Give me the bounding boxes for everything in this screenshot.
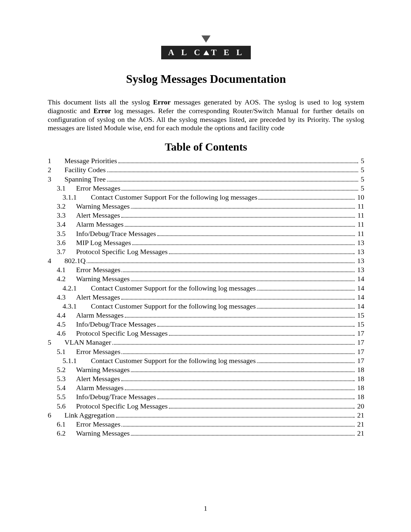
toc-entry[interactable]: 3.6MIP Log Messages 13 [48, 238, 364, 247]
toc-entry[interactable]: 4.4Alarm Messages 15 [48, 311, 364, 320]
toc-entry[interactable]: 6.1Error Messages 21 [48, 420, 364, 429]
toc-entry-number: 3.7 [57, 247, 76, 256]
toc-entry-number: 5.1 [57, 347, 76, 356]
toc-entry-page: 13 [356, 256, 364, 265]
toc-entry-title: Error Messages [76, 184, 120, 193]
toc-entry-page: 5 [359, 156, 364, 165]
toc-entry-page: 14 [356, 284, 364, 293]
toc-entry-page: 14 [356, 302, 364, 311]
toc-entry-number: 5 [48, 338, 64, 347]
toc-leader-dots [121, 211, 355, 218]
toc-entry-number: 3.5 [57, 229, 76, 238]
toc-entry-page: 11 [356, 202, 364, 211]
toc-entry[interactable]: 5.1Error Messages 17 [48, 347, 364, 356]
toc-leader-dots [131, 275, 355, 281]
toc-entry[interactable]: 5.2Warning Messages 18 [48, 365, 364, 374]
toc-entry-title: Alert Messages [76, 374, 120, 383]
toc-entry[interactable]: 5.1.1Contact Customer Support for the fo… [48, 356, 364, 365]
toc-entry[interactable]: 4.3Alert Messages 14 [48, 293, 364, 302]
toc-entry-page: 20 [356, 402, 364, 411]
toc-leader-dots [257, 357, 355, 363]
toc-entry[interactable]: 4.3.1Contact Customer Support for the fo… [48, 302, 364, 311]
toc-entry[interactable]: 3.1Error Messages 5 [48, 184, 364, 193]
toc-leader-dots [257, 284, 355, 291]
toc-entry[interactable]: 4.6Protocol Specific Log Messages 17 [48, 329, 364, 338]
toc-entry-page: 15 [356, 320, 364, 329]
toc-leader-dots [122, 348, 355, 354]
toc-entry-page: 5 [359, 165, 364, 174]
toc-entry[interactable]: 1Message Priorities 5 [48, 156, 364, 165]
toc-entry[interactable]: 6Link Aggregation 21 [48, 411, 364, 420]
toc-entry-title: Alert Messages [76, 211, 120, 220]
toc-entry-number: 4 [48, 256, 64, 265]
toc-entry-title: Alarm Messages [76, 383, 123, 392]
toc-entry-number: 2 [48, 165, 64, 174]
toc-entry-title: Contact Customer Support for the followi… [91, 284, 256, 293]
toc-entry-title: Alert Messages [76, 293, 120, 302]
toc-entry[interactable]: 3Spanning Tree 5 [48, 175, 364, 184]
toc-entry-title: Spanning Tree [64, 175, 106, 184]
toc-leader-dots [125, 221, 355, 227]
toc-entry-title: Message Priorities [64, 156, 117, 165]
toc-entry[interactable]: 3.4Alarm Messages 11 [48, 220, 364, 229]
toc-entry[interactable]: 4.2.1Contact Customer Support for the fo… [48, 284, 364, 293]
toc-entry-title: 802.1Q [64, 256, 85, 265]
document-title: Syslog Messages Documentation [48, 72, 364, 86]
toc-entry[interactable]: 5.5Info/Debug/Trace Messages 18 [48, 392, 364, 401]
toc-entry-page: 13 [356, 247, 364, 256]
toc-entry[interactable]: 5.4Alarm Messages 18 [48, 383, 364, 392]
toc-entry-title: Alarm Messages [76, 311, 123, 320]
toc-entry[interactable]: 4.2Warning Messages 14 [48, 274, 364, 283]
toc-leader-dots [169, 329, 355, 336]
toc-entry-title: Contact Customer Support for the followi… [91, 356, 256, 365]
toc-entry-page: 21 [356, 429, 364, 438]
toc-entry[interactable]: 5.6Protocol Specific Log Messages 20 [48, 402, 364, 411]
toc-entry[interactable]: 4802.1Q 13 [48, 256, 364, 265]
toc-entry-title: Facility Codes [64, 165, 106, 174]
toc-entry-page: 18 [356, 365, 364, 374]
toc-entry-title: Info/Debug/Trace Messages [76, 392, 156, 401]
toc-entry[interactable]: 4.1Error Messages 13 [48, 265, 364, 274]
toc-entry[interactable]: 3.2Warning Messages 11 [48, 202, 364, 211]
toc-entry-number: 6 [48, 411, 64, 420]
toc-entry[interactable]: 5VLAN Manager 17 [48, 338, 364, 347]
toc-leader-dots [118, 157, 358, 163]
toc-entry-page: 21 [356, 420, 364, 429]
toc-entry[interactable]: 4.5Info/Debug/Trace Messages 15 [48, 320, 364, 329]
toc-entry-number: 5.1.1 [63, 356, 91, 365]
toc-entry-title: MIP Log Messages [76, 238, 131, 247]
toc-entry-number: 5.4 [57, 383, 76, 392]
toc-entry-page: 17 [356, 356, 364, 365]
toc-entry-page: 18 [356, 374, 364, 383]
toc-entry-page: 18 [356, 392, 364, 401]
toc-leader-dots [131, 366, 355, 372]
toc-entry-number: 3.2 [57, 202, 76, 211]
toc-leader-dots [131, 429, 355, 436]
toc-entry[interactable]: 6.2Warning Messages 21 [48, 429, 364, 438]
toc-entry-title: Warning Messages [76, 365, 130, 374]
toc-leader-dots [116, 411, 355, 418]
toc-entry-title: Link Aggregation [64, 411, 115, 420]
toc-entry-title: Protocol Specific Log Messages [76, 402, 168, 411]
toc-entry-number: 4.1 [57, 265, 76, 274]
toc-leader-dots [113, 339, 355, 345]
toc-entry-title: Protocol Specific Log Messages [76, 329, 168, 338]
toc-entry-number: 1 [48, 156, 64, 165]
toc-entry-page: 17 [356, 347, 364, 356]
toc-entry[interactable]: 3.1.1Contact Customer Support For the fo… [48, 193, 364, 202]
toc-entry-title: Protocol Specific Log Messages [76, 247, 168, 256]
toc-entry[interactable]: 5.3Alert Messages 18 [48, 374, 364, 383]
toc-leader-dots [87, 257, 355, 263]
intro-text: This document lists all the syslog [48, 98, 153, 106]
intro-bold: Error [93, 107, 111, 115]
toc-entry[interactable]: 3.3Alert Messages 11 [48, 211, 364, 220]
toc-entry-page: 17 [356, 338, 364, 347]
toc-entry-title: Warning Messages [76, 274, 130, 283]
toc-entry[interactable]: 3.7Protocol Specific Log Messages 13 [48, 247, 364, 256]
toc-leader-dots [132, 239, 355, 245]
toc-entry-title: Contact Customer Support For the followi… [91, 193, 257, 202]
toc-entry[interactable]: 3.5Info/Debug/Trace Messages 11 [48, 229, 364, 238]
toc-leader-dots [122, 266, 355, 272]
toc-entry-title: Error Messages [76, 420, 120, 429]
toc-entry[interactable]: 2Facility Codes 5 [48, 165, 364, 174]
